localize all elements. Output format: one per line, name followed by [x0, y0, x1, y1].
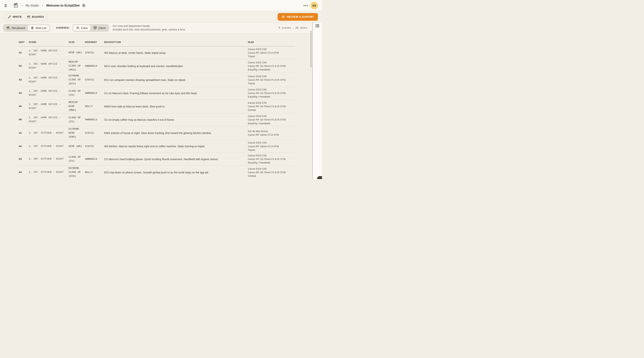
gear-item: EasyRig / Handheld [248, 122, 295, 125]
table-row[interactable]: #1 1. INT. HOME OFFICE - NIGHT WIDE (WS)… [19, 47, 295, 59]
movement-label: STATIC [85, 51, 104, 54]
size-label: CLOSE UP (CU) [68, 116, 85, 124]
breadcrumb-chevron-icon [41, 4, 44, 7]
gear-item: Canon EOS C50 [248, 101, 295, 105]
gear-item: Tripod [248, 148, 295, 152]
description-text: WS kitchen. Marcus stands frame right ne… [104, 145, 248, 148]
scene-label: 2. INT. KITCHEN - NIGHT [29, 170, 68, 174]
shot-list-table: SHOTSCENESIZEMOVEMENTDESCRIPTIONGEAR #1 … [19, 33, 295, 179]
shot-number: #4 [19, 92, 29, 95]
breadcrumb-studio-link[interactable]: My Studio [26, 4, 39, 7]
ellipsis-icon [304, 5, 308, 6]
user-avatar[interactable]: SS [310, 2, 318, 9]
tab-shot-list-label: Shot List [36, 26, 46, 30]
gear-list: Canon EOS C50Canon RF 16mm F2.8 STMTripo… [248, 141, 295, 152]
tab-storyboard-label: Storyboard [12, 26, 25, 30]
description-text: CU Marcus's hand holding phone. Quick sc… [104, 158, 248, 161]
scene-label: 1. INT. HOME OFFICE - NIGHT [29, 89, 68, 97]
panel-collapse-icon [315, 24, 320, 28]
gear-list: Canon EOS C50Canon RF 28-70mm F2.8 IS ST… [248, 114, 295, 125]
movement-label: HANDHELD [85, 92, 104, 95]
gear-item: EasyRig / Handheld [248, 161, 295, 164]
project-settings-button[interactable] [82, 4, 86, 7]
gear-item: Canon RF 28-70mm F2.8 IS STM [248, 118, 295, 121]
table-row[interactable]: #1 2. INT. KITCHEN - NIGHT EXTREME WIDE … [19, 126, 295, 140]
vertical-scrollbar[interactable] [310, 31, 312, 68]
tab-shot-list[interactable]: Shot List [28, 25, 49, 31]
users-icon [76, 26, 80, 30]
mode-switcher: WRITE BOARDS [4, 13, 48, 21]
write-button[interactable]: WRITE [8, 15, 22, 19]
gear-item: Canon RF 16mm F2.8 STM [248, 145, 295, 148]
view-subtoolbar: Storyboard Shot List AUDIENCE: Crew [0, 23, 312, 33]
more-options-button[interactable] [304, 5, 308, 6]
gear-item: Gimbal [248, 108, 295, 112]
gear-list: DJI 4k Mini DroneCanon RF 16mm F2.8 STM [248, 130, 295, 137]
movement-label: DOLLY [85, 105, 104, 108]
review-export-label: REVIEW & EXPORT [287, 15, 314, 18]
audience-description-line2: Includes tech info: shot sizes/movements… [113, 28, 186, 31]
column-header: DESCRIPTION [104, 41, 248, 44]
gear-item: Canon RF 16mm F2.8 STM [248, 51, 295, 55]
shot-number: #6 [19, 118, 29, 121]
size-label: EXTREME WIDE (EWS) [68, 127, 85, 139]
review-export-button[interactable]: REVIEW & EXPORT [278, 13, 318, 21]
gear-item: Canon EOS C50 [248, 154, 295, 157]
gear-item: EasyRig / Handheld [248, 95, 295, 99]
table-row[interactable]: #3 1. INT. HOME OFFICE - NIGHT EXTREME C… [19, 73, 295, 87]
clapperboard-logo-icon [13, 3, 18, 8]
description-text: CU on empty coffee mug as Marcus snatche… [104, 118, 248, 121]
gear-item: Canon EOS C50 [248, 61, 295, 64]
list-rows-icon [31, 26, 34, 30]
table-row[interactable]: #6 1. INT. HOME OFFICE - NIGHT CLOSE UP … [19, 113, 295, 126]
subtoolbar-divider [53, 25, 53, 31]
gear-item: EasyRig / Handheld [248, 68, 295, 71]
column-header: MOVEMENT [85, 41, 104, 44]
gear-item: Canon RF 28-70mm F2.8 IS STM [248, 171, 295, 174]
tab-storyboard[interactable]: Storyboard [4, 25, 28, 31]
view-tabs: Storyboard Shot List [3, 24, 50, 32]
movement-label: STATIC [85, 145, 104, 148]
table-row[interactable]: #3 2. INT. KITCHEN - NIGHT CLOSE UP (CU)… [19, 153, 295, 166]
shot-number: #2 [19, 145, 29, 148]
panel-toggle-area [313, 23, 322, 29]
boards-button[interactable]: BOARDS [27, 15, 44, 19]
shot-number: #2 [19, 65, 29, 68]
movement-label: STATIC [85, 132, 104, 135]
audience-label: AUDIENCE: [56, 27, 70, 29]
description-text: MWS from side as Marcus leans back. Slow… [104, 105, 248, 108]
shot-number: #1 [19, 51, 29, 54]
gear-list: Canon EOS C50Canon RF 28-70mm F2.8 IS ST… [248, 75, 295, 85]
shot-number: #1 [19, 132, 29, 135]
column-header: SCENE [29, 41, 68, 44]
body-row: Storyboard Shot List AUDIENCE: Crew [0, 23, 322, 179]
table-row[interactable]: #5 1. INT. HOME OFFICE - NIGHT MEDIUM WI… [19, 100, 295, 113]
table-row[interactable]: #2 2. INT. KITCHEN - NIGHT WIDE (WS) STA… [19, 140, 295, 153]
table-row[interactable]: #2 1. INT. HOME OFFICE - NIGHT MEDIUM CL… [19, 59, 295, 73]
table-row[interactable]: #4 1. INT. HOME OFFICE - NIGHT CLOSE UP … [19, 87, 295, 100]
scene-label: 2. INT. KITCHEN - NIGHT [29, 144, 68, 148]
gear-item: Canon EOS C50 [248, 48, 295, 51]
gear-item: Canon RF 28-70mm F2.8 IS STM [248, 105, 295, 108]
clapperboard-icon [6, 26, 10, 30]
column-header: SIZE [68, 41, 85, 44]
gear-item: Canon EOS C50 [248, 88, 295, 91]
description-text: CU on Marcus's face. Framing follows mov… [104, 92, 248, 95]
table-row[interactable]: #4 2. INT. KITCHEN - NIGHT EXTREME CLOSE… [19, 166, 295, 179]
shot-list-content: SHOTSCENESIZEMOVEMENTDESCRIPTIONGEAR #1 … [0, 33, 312, 179]
description-text: MCU over shoulder looking at keyboard an… [104, 65, 248, 68]
gear-list: Canon EOS C50Canon RF 16mm F2.8 STMTripo… [248, 48, 295, 58]
audience-crew-label: Crew [81, 26, 88, 30]
gear-list: Canon EOS C50Canon RF 28-70mm F2.8 IS ST… [248, 101, 295, 112]
audience-crew-option[interactable]: Crew [73, 25, 90, 31]
boards-button-label: BOARDS [32, 15, 44, 18]
scene-label: 1. INT. HOME OFFICE - NIGHT [29, 103, 68, 110]
scene-label: 1. INT. HOME OFFICE - NIGHT [29, 116, 68, 124]
audience-client-option[interactable]: Client [90, 25, 108, 31]
size-label: EXTREME CLOSE UP (ECU) [68, 74, 85, 86]
collapse-panel-button[interactable] [315, 24, 320, 28]
scene-label: 1. INT. HOME OFFICE - NIGHT [29, 76, 68, 84]
gear-item: Canon RF 16mm F2.8 STM [248, 133, 295, 137]
hamburger-menu-button[interactable] [4, 4, 8, 7]
corner-widget[interactable] [317, 176, 322, 179]
